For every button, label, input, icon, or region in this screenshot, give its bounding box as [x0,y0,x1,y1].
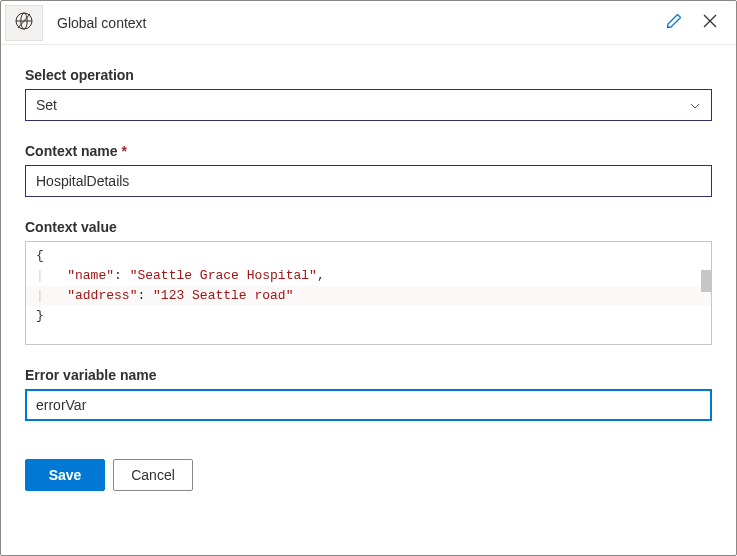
error-variable-name-label: Error variable name [25,367,712,383]
select-operation-field: Select operation Set [25,67,712,121]
required-asterisk: * [121,143,126,159]
context-name-input[interactable] [25,165,712,197]
pencil-icon [665,12,683,33]
form-area: Select operation Set Context name * Cont… [1,45,736,459]
select-operation-value: Set [36,97,689,113]
code-line: | "address": "123 Seattle road" [26,286,711,306]
context-name-field: Context name * [25,143,712,197]
scrollbar-thumb[interactable] [701,270,711,292]
chevron-down-icon [689,99,701,111]
close-icon [702,13,718,32]
globe-icon [14,11,34,34]
panel-title: Global context [43,15,656,31]
error-variable-name-field: Error variable name [25,367,712,421]
close-button[interactable] [692,5,728,41]
globe-icon-box [5,5,43,41]
context-name-label: Context name * [25,143,712,159]
code-line: { [26,246,711,266]
error-variable-name-input[interactable] [25,389,712,421]
editor-scrollbar[interactable] [701,242,711,344]
cancel-button[interactable]: Cancel [113,459,193,491]
panel-header: Global context [1,1,736,45]
context-value-label: Context value [25,219,712,235]
edit-button[interactable] [656,5,692,41]
context-value-field: Context value { | "name": "Seattle Grace… [25,219,712,345]
code-line: } [26,306,711,326]
context-value-editor[interactable]: { | "name": "Seattle Grace Hospital", | … [25,241,712,345]
select-operation-dropdown[interactable]: Set [25,89,712,121]
button-row: Save Cancel [1,459,736,491]
save-button[interactable]: Save [25,459,105,491]
code-line: | "name": "Seattle Grace Hospital", [26,266,711,286]
select-operation-label: Select operation [25,67,712,83]
